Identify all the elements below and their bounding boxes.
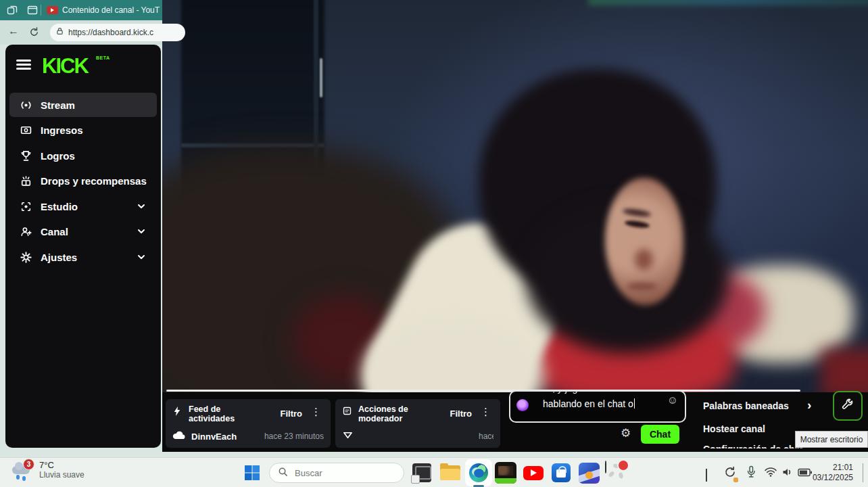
sidebar-item-estudio[interactable]: Estudio xyxy=(9,194,157,218)
url-text: https://dashboard.kick.c xyxy=(68,28,153,37)
kebab-menu-icon[interactable]: ⋮ xyxy=(311,406,321,418)
chevron-down-icon xyxy=(135,225,147,240)
refresh-icon[interactable] xyxy=(28,26,40,41)
sync-alert-dot xyxy=(733,478,738,482)
edge-browser-icon[interactable] xyxy=(465,459,492,486)
browser-toolbar: ← https://dashboard.kick.c xyxy=(0,20,162,45)
weather-widget[interactable]: 3 7°C Lluvia suave xyxy=(12,460,85,480)
moderation-tools-button[interactable] xyxy=(833,391,863,421)
game-app-icon[interactable] xyxy=(494,461,517,484)
video-person-mouth-shadow xyxy=(627,283,657,290)
address-bar[interactable]: https://dashboard.kick.c xyxy=(50,24,185,41)
panel-title: Feed de actividades xyxy=(189,404,263,423)
back-icon[interactable]: ← xyxy=(8,25,19,37)
sidebar-item-logros[interactable]: Logros xyxy=(9,143,157,168)
tab-groups-icon[interactable] xyxy=(7,5,18,16)
chevron-right-icon[interactable]: › xyxy=(807,400,811,410)
search-input[interactable] xyxy=(293,467,391,479)
sidebar-item-label: Logros xyxy=(41,150,75,162)
blue-game-app-icon[interactable] xyxy=(577,461,600,484)
wifi-icon[interactable] xyxy=(764,467,777,480)
text-caret xyxy=(634,398,635,409)
youtube-app-icon[interactable] xyxy=(522,461,545,484)
cloud-icon xyxy=(172,430,186,442)
tray-chevron-up-icon[interactable] xyxy=(706,470,707,482)
sidebar-item-canal[interactable]: Canal xyxy=(9,219,157,244)
sidebar-item-label: Ajustes xyxy=(41,252,77,263)
lightning-icon xyxy=(172,406,183,417)
video-top-glow xyxy=(588,0,868,5)
chat-settings-gear-icon[interactable]: ⚙ xyxy=(621,426,631,440)
chat-input-text: hablando en el chat o xyxy=(543,398,635,409)
feed-entry-time: hace 23 minutos xyxy=(264,432,324,441)
drops-gift-icon xyxy=(19,174,32,187)
emote-icon[interactable] xyxy=(516,399,529,411)
microphone-icon[interactable] xyxy=(745,465,757,482)
sidebar-item-label: Stream xyxy=(41,99,75,111)
sidebar-item-label: Estudio xyxy=(41,201,78,212)
youtube-favicon xyxy=(47,6,58,14)
battery-icon[interactable] xyxy=(798,467,813,480)
file-explorer-icon[interactable] xyxy=(439,461,462,484)
browser-tab-strip: Contenido del canal - YouT xyxy=(0,0,162,20)
chat-input[interactable]: …, y jugando hablando en el chat o ☺ xyxy=(509,390,686,423)
clock-date: 03/12/2025 xyxy=(813,473,853,483)
volume-icon[interactable] xyxy=(781,467,794,480)
sidebar-item-ingresos[interactable]: Ingresos xyxy=(9,118,157,142)
obs-studio-icon[interactable] xyxy=(605,461,628,484)
obs-notification-badge xyxy=(617,459,629,471)
show-desktop-tooltip: Mostrar escritorio xyxy=(795,431,868,448)
browser-tab[interactable]: Contenido del canal - YouT xyxy=(62,5,161,15)
kebab-menu-icon[interactable]: ⋮ xyxy=(481,406,491,418)
sidebar-item-ajustes[interactable]: Ajustes xyxy=(9,245,157,269)
mod-board-icon xyxy=(342,406,353,417)
taskbar-search[interactable] xyxy=(269,463,404,483)
video-progress-line[interactable] xyxy=(166,390,800,392)
studio-viewfinder-icon xyxy=(19,200,32,213)
sidebar-item-label: Ingresos xyxy=(41,124,83,136)
weather-rain-icon: 3 xyxy=(12,460,35,480)
weather-temp: 7°C xyxy=(39,460,85,470)
kick-logo[interactable]: KICK xyxy=(42,53,88,78)
taskbar-clock[interactable]: 21:01 03/12/2025 xyxy=(813,463,853,483)
stream-preview-video[interactable] xyxy=(162,0,868,395)
menu-item-clipped[interactable]: Configuración de chat xyxy=(703,444,803,448)
taskbar: 3 7°C Lluvia suave xyxy=(0,457,868,487)
menu-item-hostear-canal[interactable]: Hostear canal xyxy=(703,423,765,434)
menu-item-palabras-baneadas[interactable]: Palabras baneadas xyxy=(703,400,789,411)
chat-scrolled-line: …, y jugando xyxy=(543,390,599,394)
hamburger-menu-icon[interactable] xyxy=(16,60,31,70)
screen: Contenido del canal - YouT ← https://das… xyxy=(0,0,868,487)
panel-title: Acciones de moderador xyxy=(358,404,433,423)
activity-feed-panel: Feed de actividades Filtro ⋮ DinnvEach h… xyxy=(166,399,331,448)
video-bright-sliver xyxy=(320,58,322,97)
sidebar-item-drops[interactable]: Drops y recompensas xyxy=(9,168,157,193)
chevron-down-icon xyxy=(135,251,147,266)
mod-entry-time: hace xyxy=(479,432,493,441)
mod-entry-row[interactable]: hace xyxy=(342,430,493,442)
feed-entry-user: DinnvEach xyxy=(191,432,237,442)
mod-actions-panel: Acciones de moderador Filtro ⋮ hace xyxy=(335,399,500,448)
taskbar-desktop-app-icon[interactable] xyxy=(410,461,433,484)
start-button[interactable] xyxy=(243,464,261,482)
notification-badge: 3 xyxy=(23,459,34,470)
feed-entry-row[interactable]: DinnvEach hace 23 minutos xyxy=(172,430,324,442)
filter-button[interactable]: Filtro xyxy=(281,409,303,419)
lock-icon xyxy=(55,26,64,39)
down-triangle-icon xyxy=(342,430,354,442)
show-desktop-button[interactable] xyxy=(863,463,863,482)
video-corner-red xyxy=(821,348,868,395)
chat-send-button[interactable]: Chat xyxy=(641,425,679,444)
wrench-icon xyxy=(841,398,854,414)
sync-update-icon[interactable] xyxy=(723,465,737,482)
video-person-nose-shadow xyxy=(635,249,653,271)
smiley-emote-icon[interactable]: ☺ xyxy=(667,394,678,407)
tab-divider xyxy=(41,5,41,16)
filter-button[interactable]: Filtro xyxy=(450,409,473,419)
vertical-tabs-icon[interactable] xyxy=(27,5,38,16)
weather-condition: Lluvia suave xyxy=(39,470,85,480)
search-icon xyxy=(278,467,288,480)
microsoft-store-icon[interactable] xyxy=(550,461,573,484)
sidebar-item-label: Drops y recompensas xyxy=(41,175,147,187)
sidebar-item-stream[interactable]: Stream xyxy=(9,93,157,117)
